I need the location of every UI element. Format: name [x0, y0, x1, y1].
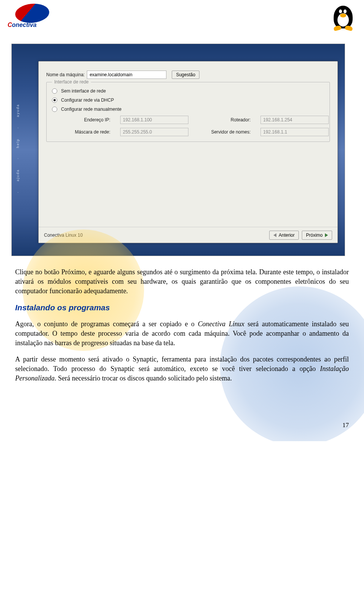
nameserver-input — [260, 128, 329, 136]
hostname-label: Nome da máquina: — [46, 72, 85, 77]
ip-input — [120, 116, 188, 124]
next-button-label: Próximo — [306, 233, 323, 238]
fieldset-legend: Interface de rede — [52, 79, 91, 85]
network-interface-fieldset: Interface de rede Sem interface de rede … — [46, 82, 330, 142]
paragraph-3: A partir desse momento será ativado o Sy… — [15, 355, 349, 383]
arrow-left-icon — [273, 233, 276, 237]
page-header: Conectiva — [0, 0, 364, 32]
document-body: Clique no botão Próximo, e aguarde algun… — [0, 264, 364, 441]
radio-no-interface[interactable]: Sem interface de rede — [52, 88, 324, 94]
paragraph-2: Agora, o conjunto de programas começará … — [15, 319, 349, 347]
radio-label-none: Sem interface de rede — [61, 88, 106, 94]
next-button[interactable]: Próximo — [302, 231, 332, 240]
radio-label-manual: Configurar rede manualmente — [61, 107, 121, 112]
radio-icon — [52, 107, 57, 112]
radio-manual[interactable]: Configurar rede manualmente — [52, 107, 324, 112]
help-tab-ayuda: ayuda — [16, 104, 20, 117]
prev-button[interactable]: Anterior — [269, 231, 299, 240]
ip-label: Endereço IP: — [63, 117, 113, 123]
nameserver-label: Servidor de nomes: — [196, 129, 253, 135]
section-heading: Instalando os programas — [15, 302, 349, 313]
arrow-right-icon — [325, 233, 328, 237]
page-number: 17 — [15, 421, 349, 429]
router-input — [260, 116, 329, 124]
radio-icon — [52, 97, 57, 103]
router-label: Roteador: — [196, 117, 253, 123]
radio-icon — [52, 88, 57, 94]
hostname-input[interactable] — [87, 71, 166, 79]
help-tab-help: help — [16, 138, 20, 148]
paragraph-1: Clique no botão Próximo, e aguarde algun… — [15, 267, 349, 295]
prev-button-label: Anterior — [279, 233, 295, 238]
conectiva-logo: Conectiva — [8, 4, 57, 27]
help-tab-ajuda: ajuda — [16, 169, 20, 181]
text-span: A partir desse momento será ativado o Sy… — [15, 355, 349, 373]
text-span: . Será necessário trocar os discos quand… — [55, 374, 232, 382]
network-config-dialog: Nome da máquina: Sugestão Interface de r… — [38, 61, 338, 243]
netmask-label: Máscara de rede: — [63, 129, 113, 135]
radio-label-dhcp: Configurar rede via DHCP — [61, 97, 114, 103]
radio-dhcp[interactable]: Configurar rede via DHCP — [52, 97, 324, 103]
help-sidebar-tab[interactable]: ayuda · help · ajuda · — [15, 99, 21, 198]
tux-logo — [330, 4, 356, 32]
installer-screenshot: ayuda · help · ajuda · Nome da máquina: … — [11, 44, 345, 256]
suggest-button[interactable]: Sugestão — [172, 71, 199, 79]
emphasis: Conectiva Linux — [198, 320, 245, 328]
text-span: Agora, o conjunto de programas começará … — [15, 320, 198, 328]
netmask-input — [120, 128, 188, 136]
